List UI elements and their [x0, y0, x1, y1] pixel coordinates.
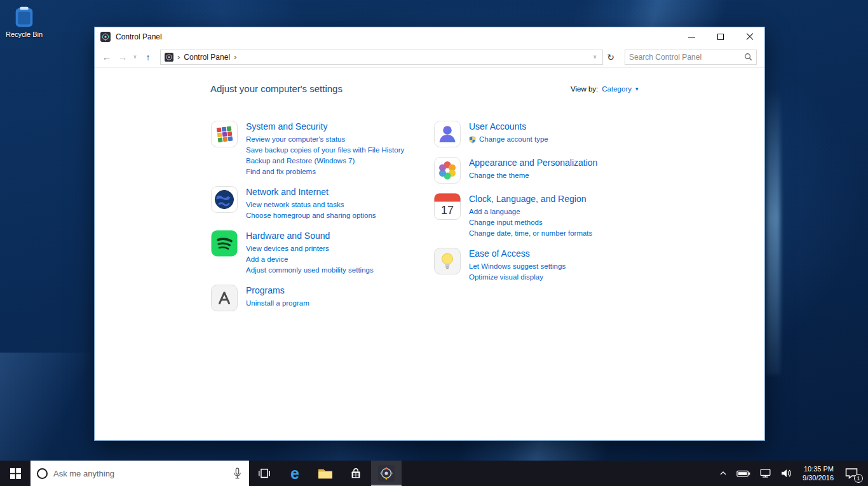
- system-tray: 10:35 PM 9/30/2016 1: [714, 461, 868, 486]
- notification-count-badge: 1: [854, 474, 863, 483]
- category-link[interactable]: View network status and tasks: [246, 199, 376, 210]
- store-taskbar-button[interactable]: [341, 461, 371, 486]
- edge-taskbar-button[interactable]: e: [280, 461, 310, 486]
- category-title[interactable]: System and Security: [246, 121, 327, 132]
- back-button[interactable]: ←: [98, 51, 115, 62]
- category-title[interactable]: Appearance and Personalization: [469, 158, 597, 168]
- category-link[interactable]: Optimize visual display: [469, 272, 566, 283]
- category-ease-access: Ease of Access Let Windows suggest setti…: [433, 247, 764, 283]
- category-link[interactable]: Backup and Restore (Windows 7): [246, 156, 404, 166]
- cortana-icon: [37, 468, 48, 479]
- taskbar-search-input[interactable]: [53, 469, 226, 478]
- hardware-sound-icon[interactable]: [210, 229, 238, 257]
- category-link[interactable]: Change the theme: [469, 170, 597, 181]
- microphone-icon[interactable]: [232, 467, 243, 480]
- ease-access-icon[interactable]: [433, 247, 461, 275]
- category-user-accounts: User Accounts Change account type: [433, 120, 764, 148]
- control-panel-content: Adjust your computer's settings View by:…: [95, 68, 764, 440]
- category-link[interactable]: Let Windows suggest settings: [469, 261, 566, 272]
- category-link[interactable]: Add a language: [469, 206, 592, 217]
- control-panel-app-icon: [100, 32, 111, 42]
- address-bar[interactable]: › Control Panel › ∨: [160, 50, 603, 65]
- view-by-control: View by: Category ▾: [571, 85, 638, 93]
- category-title[interactable]: Network and Internet: [246, 187, 329, 197]
- volume-icon: [780, 468, 792, 478]
- category-title[interactable]: Clock, Language, and Region: [469, 194, 586, 204]
- maximize-button[interactable]: [706, 27, 735, 46]
- search-input[interactable]: [629, 53, 744, 62]
- category-link[interactable]: Change input methods: [469, 217, 592, 228]
- start-button[interactable]: [0, 461, 31, 486]
- close-button[interactable]: [735, 27, 764, 46]
- title-bar[interactable]: Control Panel: [95, 27, 764, 46]
- network-tray-button[interactable]: [755, 461, 776, 486]
- back-arrow-icon: ←: [102, 51, 112, 62]
- network-icon: [759, 468, 771, 478]
- category-link[interactable]: Change date, time, or number formats: [469, 228, 592, 239]
- wallpaper-light-beam: [0, 353, 108, 464]
- window-title: Control Panel: [116, 32, 162, 41]
- cortana-search-box[interactable]: [31, 461, 249, 486]
- desktop-wallpaper: Recycle Bin Control Panel ← → ∨ ↑: [0, 0, 868, 486]
- category-title[interactable]: Hardware and Sound: [246, 231, 330, 241]
- category-network-internet: Network and Internet View network status…: [210, 186, 433, 221]
- control-panel-window: Control Panel ← → ∨ ↑ › Control Panel › …: [94, 27, 765, 441]
- category-link[interactable]: Save backup copies of your files with Fi…: [246, 145, 404, 156]
- task-view-button[interactable]: [249, 461, 280, 486]
- forward-button[interactable]: →: [115, 51, 130, 62]
- category-title[interactable]: User Accounts: [469, 121, 526, 132]
- svg-text:17: 17: [441, 204, 454, 217]
- breadcrumb-chevron-icon[interactable]: ›: [234, 52, 236, 62]
- show-hidden-icons-button[interactable]: [714, 461, 732, 486]
- taskbar-clock[interactable]: 10:35 PM 9/30/2016: [797, 464, 839, 482]
- file-explorer-taskbar-button[interactable]: [310, 461, 341, 486]
- file-explorer-icon: [318, 467, 333, 480]
- user-accounts-icon[interactable]: [433, 120, 461, 148]
- navigation-bar: ← → ∨ ↑ › Control Panel › ∨ ↻: [95, 46, 764, 68]
- window-controls: [677, 27, 764, 46]
- chevron-down-icon: ∨: [133, 54, 137, 60]
- category-link[interactable]: Choose homegroup and sharing options: [246, 210, 376, 221]
- up-button[interactable]: ↑: [140, 52, 156, 62]
- chevron-down-icon: ∨: [593, 54, 597, 60]
- category-link[interactable]: Uninstall a program: [246, 298, 309, 309]
- refresh-button[interactable]: ↻: [603, 52, 618, 62]
- category-clock-language: 17 Clock, Language, and Region Add a lan…: [433, 192, 764, 239]
- control-panel-taskbar-button[interactable]: [371, 461, 402, 486]
- breadcrumb-chevron-icon[interactable]: ›: [177, 52, 180, 62]
- category-programs: Programs Uninstall a program: [210, 284, 433, 312]
- clock-language-icon[interactable]: 17: [433, 192, 461, 220]
- recycle-bin[interactable]: Recycle Bin: [5, 5, 43, 38]
- recent-pages-dropdown-button[interactable]: ∨: [130, 54, 140, 60]
- category-link[interactable]: Review your computer's status: [246, 134, 404, 145]
- category-link[interactable]: View devices and printers: [246, 243, 374, 254]
- volume-tray-button[interactable]: [776, 461, 797, 486]
- category-title[interactable]: Programs: [246, 285, 285, 295]
- category-link[interactable]: Add a device: [246, 254, 374, 265]
- clock-date: 9/30/2016: [803, 473, 834, 482]
- system-security-icon[interactable]: [210, 120, 238, 148]
- network-internet-icon[interactable]: [210, 186, 238, 213]
- clock-time: 10:35 PM: [803, 464, 834, 473]
- programs-icon[interactable]: [210, 284, 238, 312]
- breadcrumb-control-panel[interactable]: Control Panel: [184, 53, 230, 62]
- category-title[interactable]: Ease of Access: [469, 248, 530, 259]
- category-hardware-sound: Hardware and Sound View devices and prin…: [210, 229, 433, 276]
- category-link[interactable]: Find and fix problems: [246, 166, 404, 177]
- category-link[interactable]: Adjust commonly used mobility settings: [246, 265, 374, 276]
- minimize-button[interactable]: [677, 27, 706, 46]
- category-link[interactable]: Change account type: [469, 134, 548, 145]
- search-icon[interactable]: [744, 53, 752, 61]
- view-by-caret-icon[interactable]: ▾: [635, 86, 639, 92]
- appearance-icon[interactable]: [433, 156, 461, 184]
- maximize-icon: [717, 34, 724, 40]
- action-center-button[interactable]: 1: [839, 461, 865, 486]
- wallpaper-light-beam: [766, 89, 780, 375]
- address-dropdown-button[interactable]: ∨: [590, 54, 600, 60]
- battery-tray-button[interactable]: [732, 461, 755, 486]
- page-heading: Adjust your computer's settings: [210, 83, 764, 94]
- view-by-value[interactable]: Category: [602, 85, 632, 93]
- categories-right-column: User Accounts Change account type Appear…: [433, 120, 764, 320]
- refresh-icon: ↻: [607, 52, 614, 62]
- chevron-up-icon: [719, 469, 728, 478]
